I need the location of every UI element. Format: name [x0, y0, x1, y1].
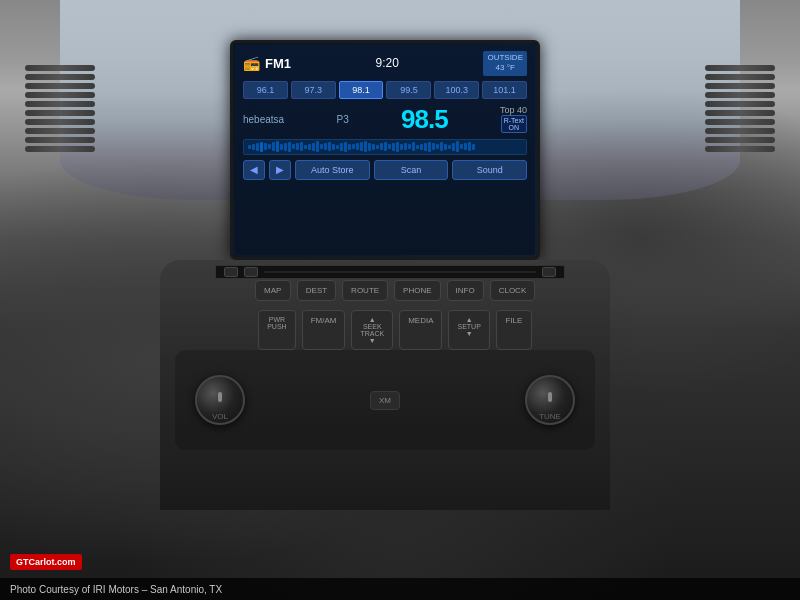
signal-bar — [436, 144, 439, 149]
map-button[interactable]: MAP — [255, 280, 291, 301]
vent-slat — [25, 110, 95, 116]
signal-bar — [328, 142, 331, 151]
genre-badge: Top 40 — [500, 105, 527, 115]
seek-track-button[interactable]: ▲ SEEK TRACK ▼ — [351, 310, 393, 350]
prev-arrow-button[interactable]: ◀ — [243, 160, 265, 180]
signal-bar — [304, 145, 307, 149]
signal-bar — [460, 144, 463, 149]
signal-bar — [380, 143, 383, 150]
band-label: FM1 — [265, 56, 291, 71]
clock-button[interactable]: CLOCK — [490, 280, 536, 301]
vent-slat — [705, 65, 775, 71]
signal-bar — [312, 143, 315, 151]
vent-slat — [25, 83, 95, 89]
signal-bar — [440, 142, 443, 151]
watermark-bar: GTCarlot.com Photo Courtesy of IRI Motor… — [0, 578, 800, 600]
screen-content: 📻 FM1 9:20 OUTSIDE 43 °F 96.1 97.3 98.1 … — [235, 45, 535, 255]
signal-bar — [264, 143, 267, 150]
signal-bar — [348, 144, 351, 150]
info-button[interactable]: INFO — [447, 280, 484, 301]
signal-bar — [452, 143, 455, 151]
vent-slat — [25, 119, 95, 125]
dash-button-row-2: PWR PUSH FM/AM ▲ SEEK TRACK ▼ MEDIA ▲ SE… — [200, 310, 590, 350]
signal-bar — [332, 144, 335, 150]
signal-bar — [320, 144, 323, 149]
freq-preset-2[interactable]: 97.3 — [291, 81, 336, 99]
signal-bar — [324, 143, 327, 150]
freq-preset-3[interactable]: 98.1 — [339, 81, 384, 99]
fm-label: 📻 FM1 — [243, 55, 291, 71]
vent-slat — [25, 128, 95, 134]
phone-button[interactable]: PHONE — [394, 280, 440, 301]
vent-slat — [705, 137, 775, 143]
signal-bar — [404, 143, 407, 150]
controls-row: ◀ ▶ Auto Store Scan Sound — [243, 160, 527, 180]
signal-bar — [300, 142, 303, 151]
signal-bar — [280, 144, 283, 150]
scan-button[interactable]: Scan — [374, 160, 449, 180]
outside-label: OUTSIDE — [487, 53, 523, 63]
vent-slat — [705, 146, 775, 152]
route-button[interactable]: ROUTE — [342, 280, 388, 301]
signal-bar — [248, 145, 251, 149]
xm-button[interactable]: XM — [370, 391, 400, 410]
signal-bar — [360, 142, 363, 151]
vent-slat — [25, 92, 95, 98]
preset-label: P3 — [336, 114, 348, 125]
signal-bar — [424, 143, 427, 151]
signal-bar — [336, 145, 339, 149]
cd-btn3[interactable] — [542, 267, 556, 277]
vent-slat — [25, 74, 95, 80]
signal-bar — [340, 143, 343, 151]
signal-bar — [296, 143, 299, 150]
signal-bar — [252, 144, 255, 150]
power-button[interactable]: PWR PUSH — [258, 310, 295, 350]
vol-knob[interactable]: VOL — [195, 375, 245, 425]
vent-slat — [25, 101, 95, 107]
vent-slat — [705, 92, 775, 98]
vent-slat — [705, 128, 775, 134]
signal-bar — [412, 142, 415, 151]
dash-button-row-1: MAP DEST ROUTE PHONE INFO CLOCK — [205, 280, 585, 301]
signal-bar — [284, 143, 287, 151]
freq-preset-1[interactable]: 96.1 — [243, 81, 288, 99]
cd-btn2[interactable] — [244, 267, 258, 277]
signal-bar — [364, 141, 367, 152]
tune-knob[interactable]: TUNE — [525, 375, 575, 425]
vent-left — [20, 60, 100, 220]
signal-bar — [308, 144, 311, 150]
signal-bar — [344, 142, 347, 152]
vent-slat — [705, 110, 775, 116]
auto-store-button[interactable]: Auto Store — [295, 160, 370, 180]
photo-credit: Photo Courtesy of IRI Motors – San Anton… — [10, 584, 222, 595]
signal-bar — [384, 142, 387, 151]
freq-presets-row: 96.1 97.3 98.1 99.5 100.3 101.1 — [243, 81, 527, 99]
signal-bar — [400, 144, 403, 150]
signal-bar — [368, 143, 371, 151]
signal-bar — [432, 143, 435, 150]
media-button[interactable]: MEDIA — [399, 310, 442, 350]
signal-bar — [420, 144, 423, 150]
sound-button[interactable]: Sound — [452, 160, 527, 180]
freq-preset-6[interactable]: 101.1 — [482, 81, 527, 99]
station-frequency: 98.5 — [401, 104, 448, 135]
setup-button[interactable]: ▲ SETUP ▼ — [448, 310, 489, 350]
signal-bar — [448, 145, 451, 149]
freq-preset-4[interactable]: 99.5 — [386, 81, 431, 99]
outside-temp-value: 43 °F — [487, 63, 523, 73]
vent-slat — [705, 74, 775, 80]
dest-button[interactable]: DEST — [297, 280, 336, 301]
freq-preset-5[interactable]: 100.3 — [434, 81, 479, 99]
vent-right — [700, 60, 780, 220]
tune-label: TUNE — [527, 412, 573, 421]
mid-controls: XM — [370, 391, 400, 410]
infotainment-screen: 📻 FM1 9:20 OUTSIDE 43 °F 96.1 97.3 98.1 … — [230, 40, 540, 260]
signal-bar — [408, 144, 411, 149]
cd-eject-button[interactable] — [224, 267, 238, 277]
vent-slat — [25, 137, 95, 143]
fmam-button[interactable]: FM/AM — [302, 310, 346, 350]
outside-temp: OUTSIDE 43 °F — [483, 51, 527, 76]
file-button[interactable]: FILE — [496, 310, 532, 350]
signal-bar — [444, 144, 447, 150]
next-arrow-button[interactable]: ▶ — [269, 160, 291, 180]
